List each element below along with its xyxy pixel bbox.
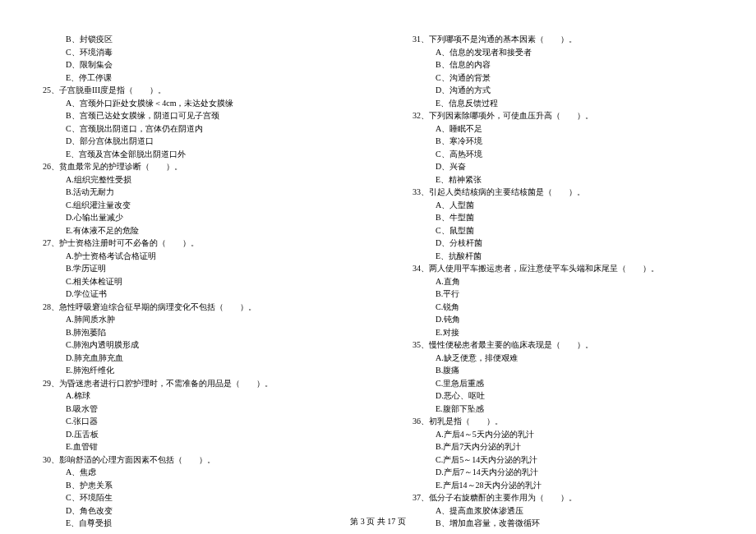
q26-option: D.心输出量减少 — [33, 211, 353, 224]
q34-option: E.对接 — [403, 326, 723, 339]
q35-option: E.腹部下坠感 — [403, 403, 723, 416]
q35-option: A.缺乏便意，排便艰难 — [403, 352, 723, 365]
q25-option: B、宫颈已达处女膜缘，阴道口可见子宫颈 — [33, 109, 353, 122]
q29-text: 29、为昏迷患者进行口腔护理时，不需准备的用品是（ ）。 — [33, 377, 353, 390]
q32-option: E、精神紧张 — [403, 173, 723, 186]
q26-option: E.有体液不足的危险 — [33, 224, 353, 237]
q35-option: D.恶心、呕吐 — [403, 389, 723, 403]
q32-option: C、高热环境 — [403, 148, 723, 161]
q29-option: A.棉球 — [33, 389, 353, 403]
q31-option: D、沟通的方式 — [403, 84, 723, 97]
q31-option: A、信息的发现者和接受者 — [403, 46, 723, 59]
q26-text: 26、贫血最常见的护理诊断（ ）。 — [33, 160, 353, 173]
q36-option: A.产后4～5天内分泌的乳汁 — [403, 428, 723, 441]
left-column: B、封锁疫区 C、环境消毒 D、限制集会 E、停工停课 25、子宫脱垂III度是… — [33, 33, 353, 530]
q36-option: B.产后7天内分泌的乳汁 — [403, 440, 723, 453]
q28-option: D.肺充血肺充血 — [33, 352, 353, 365]
q33-option: C、鼠型菌 — [403, 224, 723, 237]
q31-text: 31、下列哪项不是沟通的基本因素（ ）。 — [403, 33, 723, 46]
q33-option: D、分枝杆菌 — [403, 237, 723, 250]
q30-option: B、护患关系 — [33, 479, 353, 492]
q31-option: E、信息反馈过程 — [403, 97, 723, 110]
q37-text: 37、低分子右旋糖酐的主要作用为（ ）。 — [403, 491, 723, 504]
q25-option: E、宫颈及宫体全部脱出阴道口外 — [33, 148, 353, 161]
q28-option: C.肺泡内透明膜形成 — [33, 338, 353, 352]
q27-option: D.学位证书 — [33, 288, 353, 301]
q27-option: C.相关体检证明 — [33, 275, 353, 288]
q30-option: C、环境陌生 — [33, 491, 353, 504]
q26-option: A.组织完整性受损 — [33, 173, 353, 186]
q35-text: 35、慢性便秘患者最主要的临床表现是（ ）。 — [403, 338, 723, 352]
q32-option: B、寒冷环境 — [403, 135, 723, 148]
q34-option: B.平行 — [403, 288, 723, 301]
q34-text: 34、两人使用平车搬运患者，应注意使平车头端和床尾呈（ ）。 — [403, 262, 723, 275]
q27-option: A.护士资格考试合格证明 — [33, 250, 353, 263]
q33-option: A、人型菌 — [403, 199, 723, 212]
q32-option: D、兴奋 — [403, 160, 723, 173]
q27-text: 27、护士资格注册时可不必备的（ ）。 — [33, 237, 353, 250]
q29-option: D.压舌板 — [33, 428, 353, 441]
q35-option: B.腹痛 — [403, 364, 723, 377]
q33-option: B、牛型菌 — [403, 211, 723, 224]
q37-option: A、提高血浆胶体渗透压 — [403, 504, 723, 518]
q29-option: C.张口器 — [33, 415, 353, 428]
q24-option: E、停工停课 — [33, 71, 353, 85]
q33-text: 33、引起人类结核病的主要结核菌是（ ）。 — [403, 186, 723, 199]
q35-option: C.里急后重感 — [403, 377, 723, 390]
q30-option: D、角色改变 — [33, 504, 353, 518]
q28-option: B.肺泡萎陷 — [33, 326, 353, 339]
q27-option: B.学历证明 — [33, 262, 353, 275]
q26-option: B.活动无耐力 — [33, 186, 353, 199]
q36-option: E.产后14～28天内分泌的乳汁 — [403, 479, 723, 492]
q28-option: E.肺泡纤维化 — [33, 364, 353, 377]
q33-option: E、抗酸杆菌 — [403, 250, 723, 263]
q34-option: D.钝角 — [403, 313, 723, 326]
q24-option: D、限制集会 — [33, 58, 353, 71]
q29-option: E.血管钳 — [33, 440, 353, 453]
q30-option: A、焦虑 — [33, 466, 353, 479]
page-body: B、封锁疫区 C、环境消毒 D、限制集会 E、停工停课 25、子宫脱垂III度是… — [0, 0, 756, 534]
q25-option: D、部分宫体脱出阴道口 — [33, 135, 353, 148]
q36-text: 36、初乳是指（ ）。 — [403, 415, 723, 428]
q34-option: C.锐角 — [403, 301, 723, 314]
q29-option: B.吸水管 — [33, 403, 353, 416]
q28-option: A.肺间质水肿 — [33, 313, 353, 326]
q25-text: 25、子宫脱垂III度是指（ ）。 — [33, 84, 353, 97]
q32-text: 32、下列因素除哪项外，可使血压升高（ ）。 — [403, 109, 723, 122]
q36-option: D.产后7～14天内分泌的乳汁 — [403, 466, 723, 479]
q28-text: 28、急性呼吸窘迫综合征早期的病理变化不包括（ ）。 — [33, 301, 353, 314]
q30-text: 30、影响舒适的心理方面因素不包括（ ）。 — [33, 453, 353, 467]
q31-option: B、信息的内容 — [403, 58, 723, 71]
q24-option: B、封锁疫区 — [33, 33, 353, 46]
q36-option: C.产后5～14天内分泌的乳汁 — [403, 453, 723, 467]
q32-option: A、睡眠不足 — [403, 122, 723, 136]
q34-option: A.直角 — [403, 275, 723, 288]
q31-option: C、沟通的背景 — [403, 71, 723, 85]
q26-option: C.组织灌注量改变 — [33, 199, 353, 212]
q25-option: A、宫颈外口距处女膜缘＜4cm，未达处女膜缘 — [33, 97, 353, 110]
q24-option: C、环境消毒 — [33, 46, 353, 59]
right-column: 31、下列哪项不是沟通的基本因素（ ）。 A、信息的发现者和接受者 B、信息的内… — [403, 33, 723, 530]
page-footer: 第 3 页 共 17 页 — [0, 516, 756, 527]
q25-option: C、宫颈脱出阴道口，宫体仍在阴道内 — [33, 122, 353, 136]
